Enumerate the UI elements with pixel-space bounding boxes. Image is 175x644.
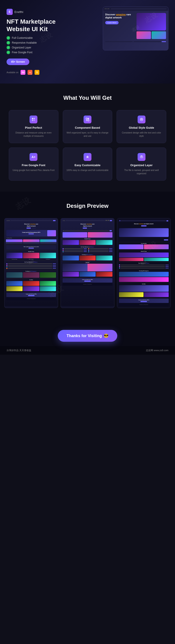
svg-rect-0 [32, 118, 33, 119]
mini-banner-1: Create and Sell Extraordinary NFTs [6, 230, 56, 236]
features-grid: Pixel Perfect Distance and measure using… [9, 110, 166, 180]
preview-screen-3: Discover amazing rare digital artwork Tr… [117, 218, 171, 308]
footer-left-text: 分享好作品 天天拿收益 [6, 349, 31, 352]
feature-desc-3: Consistent design with the text and colo… [120, 131, 163, 138]
feature-card-2: Component Based Well organized layer, so… [63, 110, 112, 143]
mockup-content: Discover amazing raredigital artwork Lea… [103, 11, 168, 44]
feature-title-2: Component Based [66, 126, 109, 129]
discover-text: Discover amazing raredigital artwork [105, 13, 135, 19]
feature-card-1: Pixel Perfect Distance and measure using… [9, 110, 58, 143]
feature-title-1: Pixel Perfect [12, 126, 55, 129]
feature-title-3: Global Style Guide [120, 126, 163, 129]
svg-rect-4 [86, 118, 87, 119]
design-preview-section: Design Preview Discover amazing raredigi… [0, 192, 175, 321]
svg-rect-1 [34, 118, 35, 119]
feature-desc-4: Using google font named Plus Jakarta Fon… [12, 168, 55, 172]
preview-card-1: Discover amazing raredigital artwork Cre… [4, 218, 58, 308]
svg-point-9 [141, 119, 142, 120]
preview-card-3: Discover amazing rare digital artwork Tr… [117, 218, 171, 308]
hero-features-list: ✓ Full Customizable ✓ Responsive Availab… [6, 36, 87, 54]
footer: 分享好作品 天天拿收益 志设网 www.zs9.com [0, 346, 175, 355]
feature-title-6: Organized Layer [120, 164, 163, 167]
preview-grid: Discover amazing raredigital artwork Cre… [4, 218, 171, 308]
hero-right-content: Discover amazing raredigital artwork Lea… [87, 6, 169, 50]
feature-icon-font: A+ [29, 153, 37, 161]
svg-rect-5 [88, 118, 89, 119]
check-icon-2: ✓ [6, 41, 10, 44]
nav-dot-3 [108, 8, 109, 9]
hero-brand: E Enefthi [6, 9, 87, 15]
brand-icon: E [6, 9, 13, 15]
available-label: Available on [6, 71, 18, 74]
preview-screen-2: Discover amazing raredigital artwork [61, 218, 114, 306]
notable-drops-title: Notable Drops [6, 251, 56, 252]
screens-button[interactable]: 45+ Screen [6, 58, 29, 65]
thanks-button[interactable]: Thanks for Visiting 😎 [58, 330, 117, 342]
feature-item-4: ✓ Free Google Font [6, 51, 87, 54]
sketch-badge: S [34, 70, 39, 75]
preview-screen-1: Discover amazing raredigital artwork Cre… [4, 218, 58, 306]
hero-mockup: Discover amazing raredigital artwork Lea… [103, 6, 169, 50]
mockup-learn-more-btn[interactable]: Learn More [105, 21, 119, 24]
check-icon-1: ✓ [6, 36, 10, 40]
feature-title-5: Easy Customizable [66, 164, 109, 167]
feature-desc-1: Distance and measure using an even multi… [12, 131, 55, 138]
check-icon-4: ✓ [6, 51, 10, 54]
thanks-section: Thanks for Visiting 😎 [0, 321, 175, 346]
feature-item-2: ✓ Responsive Available [6, 41, 87, 44]
preview-title: Design Preview [4, 202, 171, 209]
feature-desc-2: Well organized layer, so it's easy to ch… [66, 131, 109, 138]
nav-dot-1 [105, 8, 106, 9]
footer-right-text: 志设网 www.zs9.com [146, 349, 169, 352]
wyg-title: What You Will Get [9, 94, 166, 101]
mini-nav-2 [62, 220, 113, 222]
feature-icon-custom [84, 153, 91, 161]
feature-desc-6: The file is named, grouped and well orga… [120, 168, 163, 175]
preview-card-2: Discover amazing raredigital artwork [61, 218, 114, 308]
mini-nav-1 [6, 220, 56, 222]
wyg-section: What You Will Get Pixel Perfect Distance… [0, 84, 175, 192]
brand-name: Enefthi [14, 10, 23, 14]
feature-item-3: ✓ Organized Layer [6, 46, 87, 49]
nav-dot-2 [107, 8, 107, 9]
feature-item-1: ✓ Full Customizable [6, 36, 87, 40]
svg-rect-7 [88, 120, 89, 121]
hero-section: E Enefthi NFT MarketplaceWebsite UI Kit … [0, 0, 175, 84]
xd-badge: Xd [20, 70, 25, 75]
thanks-text: Thanks for Visiting [66, 334, 102, 338]
svg-rect-3 [34, 120, 35, 121]
svg-rect-6 [86, 120, 87, 121]
hero-title: NFT MarketplaceWebsite UI Kit [6, 18, 87, 33]
feature-icon-pixel [29, 116, 37, 124]
feature-icon-layer [138, 153, 146, 161]
check-icon-3: ✓ [6, 46, 10, 49]
feature-card-4: A+ Free Google Font Using google font na… [9, 148, 58, 180]
hero-left-content: E Enefthi NFT MarketplaceWebsite UI Kit … [6, 6, 87, 75]
thanks-emoji: 😎 [104, 334, 109, 338]
feature-card-6: Organized Layer The file is named, group… [117, 148, 166, 180]
feature-icon-component [84, 116, 91, 124]
svg-rect-2 [32, 120, 33, 121]
feature-desc-5: 100% easy to change and full customizabl… [66, 168, 109, 172]
feature-card-5: Easy Customizable 100% easy to change an… [63, 148, 112, 180]
feature-icon-style [138, 116, 146, 124]
mockup-nav [103, 7, 168, 11]
feature-card-3: Global Style Guide Consistent design wit… [117, 110, 166, 143]
feature-title-4: Free Google Font [12, 164, 55, 167]
figma-badge: ● [27, 70, 32, 75]
available-on: Available on Xd ● S [6, 70, 87, 75]
